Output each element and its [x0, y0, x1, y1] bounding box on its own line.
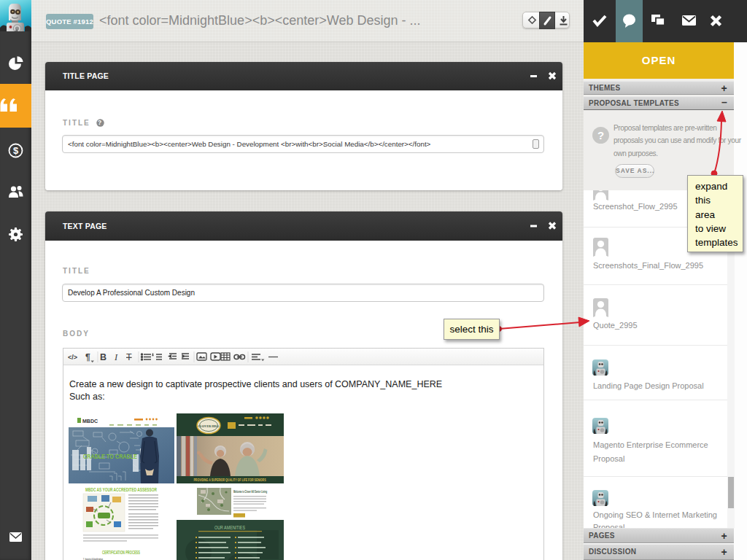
svg-text:</>: </>: [68, 354, 77, 361]
svg-text:CRADLE TO CRADLE: CRADLE TO CRADLE: [83, 452, 137, 460]
svg-text:B: B: [100, 352, 107, 362]
svg-text:I: I: [114, 352, 118, 362]
svg-text:CLOVER HILL: CLOVER HILL: [198, 424, 220, 428]
svg-text:PROVIDING A SUPERIOR QUALITY O: PROVIDING A SUPERIOR QUALITY OF LIFE FOR…: [194, 478, 267, 482]
svg-text:OUR AMENITIES: OUR AMENITIES: [214, 524, 245, 531]
svg-text:$: $: [13, 145, 19, 156]
svg-text:MBDC: MBDC: [82, 419, 98, 424]
svg-text:?: ?: [97, 119, 102, 126]
svg-text:MBDC AS YOUR ACCREDITED ASSESS: MBDC AS YOUR ACCREDITED ASSESSOR: [85, 486, 158, 493]
svg-text:Welcome to Clover Hill Senior: Welcome to Clover Hill Senior Living: [233, 490, 267, 494]
svg-text:CERTIFICATION PROCESS: CERTIFICATION PROCESS: [102, 550, 140, 555]
svg-text:¶: ¶: [85, 352, 90, 362]
svg-text:?: ?: [597, 129, 604, 141]
svg-text:T: T: [126, 352, 132, 362]
